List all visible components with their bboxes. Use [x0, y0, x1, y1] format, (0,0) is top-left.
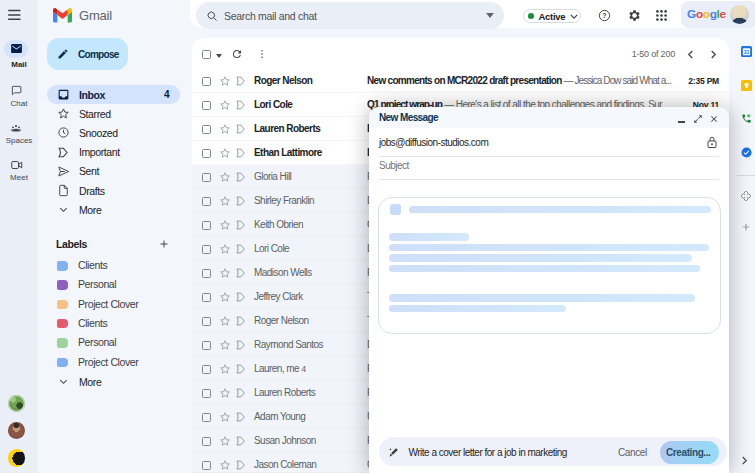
svg-text:31: 31: [743, 48, 749, 54]
svg-text:?: ?: [602, 12, 606, 19]
